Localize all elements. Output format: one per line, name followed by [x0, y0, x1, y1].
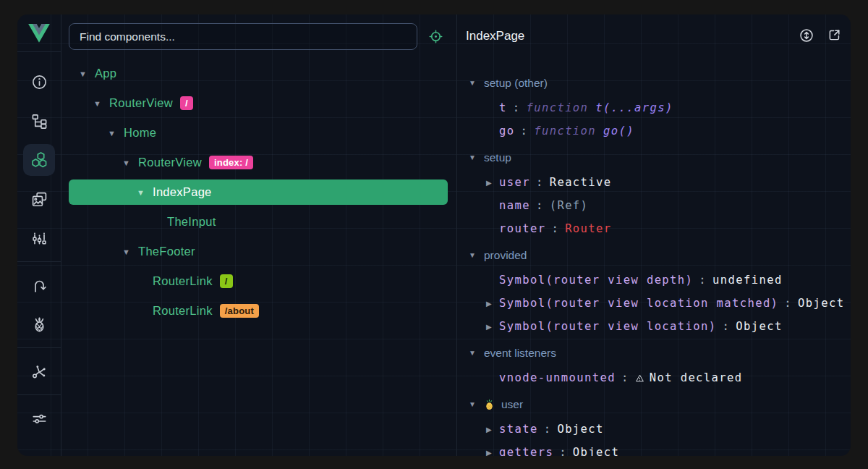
tree-node-label: RouterLink: [153, 274, 213, 288]
prop-colon: :: [559, 446, 567, 456]
function-signature: go(): [603, 124, 634, 138]
external-icon: [827, 28, 842, 45]
tree-node-routerlink[interactable]: RouterLink/about: [69, 296, 448, 326]
chevron-down-icon[interactable]: ▼: [469, 400, 477, 408]
prop-colon: :: [520, 124, 528, 138]
prop-key: name: [499, 199, 530, 212]
tree-node-label: RouterLink: [153, 304, 213, 318]
tree-node-routerlink[interactable]: RouterLink/: [69, 266, 448, 296]
sidebar-item-module-graph[interactable]: [17, 352, 61, 391]
prop-colon: :: [699, 274, 707, 287]
tree-node-label: TheFooter: [138, 245, 195, 258]
pinia-store-icon: [484, 399, 495, 410]
chevron-right-icon[interactable]: ▶: [486, 179, 499, 187]
scroll-to-component-button[interactable]: [797, 27, 816, 46]
info-icon: [23, 66, 55, 98]
vue-logo[interactable]: [17, 14, 61, 52]
route-badge: /about: [220, 304, 259, 318]
section-header[interactable]: ▼setup (other): [469, 69, 851, 96]
prop-key: t: [499, 101, 507, 114]
tree-node-routerview[interactable]: ▼RouterView/: [69, 88, 448, 118]
prop-value: Object: [557, 423, 603, 436]
prop-row: go:functiongo(): [469, 119, 851, 143]
chevron-down-icon[interactable]: ▼: [469, 349, 477, 357]
tree-node-thefooter[interactable]: ▼TheFooter: [69, 237, 448, 266]
inspector-header: IndexPage: [457, 14, 851, 58]
prop-key: Symbol(router view location matched): [499, 297, 778, 310]
sidebar-item-router[interactable]: [17, 266, 61, 305]
prop-row[interactable]: ▶Symbol(router view location matched):Ob…: [469, 292, 851, 315]
prop-row[interactable]: ▶Symbol(router view location):Object: [469, 315, 851, 338]
chevron-down-icon[interactable]: ▼: [469, 79, 477, 87]
chevron-down-icon[interactable]: ▼: [137, 188, 153, 197]
prop-value: Object: [736, 320, 782, 333]
chevron-down-icon[interactable]: ▼: [469, 251, 477, 259]
section-event-listeners: ▼event listenersvnode-unmounted:Not decl…: [469, 339, 851, 389]
section-header[interactable]: ▼user: [469, 391, 851, 418]
prop-row[interactable]: ▶state:Object: [469, 418, 851, 441]
prop-key: state: [499, 423, 538, 436]
prop-row: t:functiont(...args): [469, 96, 851, 119]
prop-row[interactable]: ▶user:Reactive: [469, 171, 851, 194]
tree-node-routerview[interactable]: ▼RouterViewindex: /: [69, 148, 448, 177]
components-toolbar: [61, 14, 456, 50]
sidebar-item-timeline[interactable]: [17, 219, 61, 258]
tree-node-theinput[interactable]: TheInput: [69, 207, 448, 237]
prop-key: Symbol(router view depth): [499, 274, 693, 287]
prop-row[interactable]: ▶getters:Object: [469, 441, 851, 456]
sidebar-item-pages[interactable]: [17, 101, 61, 140]
sidebar-divider: [17, 347, 61, 348]
chevron-down-icon[interactable]: ▼: [108, 129, 124, 138]
chevron-down-icon[interactable]: ▼: [122, 159, 138, 167]
chevron-down-icon[interactable]: ▼: [79, 69, 95, 78]
sidebar-item-overview[interactable]: [17, 62, 61, 101]
section-provided: ▼providedSymbol(router view depth):undef…: [469, 242, 851, 338]
tree-node-app[interactable]: ▼App: [69, 59, 448, 88]
chevron-down-icon[interactable]: ▼: [93, 99, 109, 108]
chevron-down-icon[interactable]: ▼: [122, 248, 138, 256]
sidebar-item-settings[interactable]: [17, 399, 61, 438]
section-setup: ▼setup▶user:Reactivename:(Ref)router:Rou…: [469, 144, 851, 240]
tree-node-label: Home: [124, 126, 156, 140]
tree-node-indexpage[interactable]: ▼IndexPage: [69, 177, 448, 207]
function-keyword: function: [526, 101, 588, 114]
assets-icon: [23, 183, 55, 215]
sidebar-item-components[interactable]: [17, 140, 61, 179]
prop-colon: :: [723, 320, 731, 333]
inspector-body: ▼setup (other)t:functiont(...args)go:fun…: [457, 58, 851, 456]
prop-key: router: [499, 222, 545, 235]
sidebar-rail: [17, 14, 61, 456]
components-panel: ▼App▼RouterView/▼Home▼RouterViewindex: /…: [61, 14, 456, 456]
search-input[interactable]: [69, 23, 417, 50]
open-in-editor-button[interactable]: [825, 27, 843, 46]
prop-colon: :: [536, 176, 544, 189]
section-header[interactable]: ▼event listeners: [469, 339, 851, 366]
prop-row: Symbol(router view depth):undefined: [469, 269, 851, 292]
section-header[interactable]: ▼provided: [469, 242, 851, 269]
chevron-down-icon[interactable]: ▼: [469, 153, 477, 161]
prop-key: go: [499, 124, 514, 138]
prop-key: Symbol(router view location): [499, 320, 717, 333]
sidebar-item-assets[interactable]: [17, 179, 61, 219]
components-icon: [23, 144, 55, 176]
section-title: user: [501, 398, 523, 411]
chevron-right-icon[interactable]: ▶: [486, 426, 499, 434]
settings-icon: [23, 402, 55, 434]
prop-value: (Ref): [550, 199, 589, 212]
chevron-right-icon[interactable]: ▶: [486, 300, 499, 308]
devtools-window: ▼App▼RouterView/▼Home▼RouterViewindex: /…: [17, 14, 851, 456]
chevron-right-icon[interactable]: ▶: [486, 323, 499, 331]
sidebar-divider: [17, 261, 61, 262]
sidebar-item-pinia[interactable]: [17, 305, 61, 344]
tree-node-home[interactable]: ▼Home: [69, 118, 448, 148]
route-badge: index: /: [209, 156, 253, 169]
pinia-icon: [23, 308, 55, 340]
chevron-right-icon[interactable]: ▶: [486, 449, 499, 457]
tree-node-label: RouterView: [109, 96, 173, 110]
prop-colon: :: [544, 423, 552, 436]
prop-colon: :: [536, 199, 544, 212]
inspect-target-button[interactable]: [423, 25, 448, 49]
section-setup-other-: ▼setup (other)t:functiont(...args)go:fun…: [469, 69, 851, 143]
inspector-panel: IndexPage ▼setup (other)t:functiont(...a…: [457, 14, 851, 456]
section-header[interactable]: ▼setup: [469, 144, 851, 171]
